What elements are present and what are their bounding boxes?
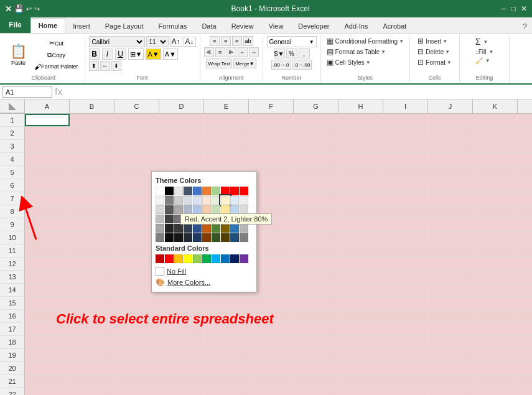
spreadsheet-cell[interactable] — [159, 349, 204, 361]
window-controls[interactable]: ─ □ ✕ — [501, 4, 527, 13]
spreadsheet-cell[interactable] — [249, 140, 294, 152]
theme-color-swatch[interactable] — [156, 187, 164, 195]
row-header-3[interactable]: 3 — [0, 140, 25, 152]
spreadsheet-cell[interactable] — [294, 166, 338, 179]
theme-color-swatch[interactable] — [230, 196, 239, 205]
spreadsheet-cell[interactable] — [249, 127, 294, 139]
col-header-H[interactable]: H — [338, 100, 383, 113]
format-button[interactable]: ⊡ Format ▼ — [416, 57, 454, 67]
spreadsheet-cell[interactable] — [249, 362, 294, 374]
tab-review[interactable]: Review — [224, 18, 261, 33]
spreadsheet-cell[interactable] — [383, 192, 428, 205]
border-button[interactable]: ⊞▼ — [128, 49, 144, 60]
spreadsheet-cell[interactable] — [114, 127, 159, 139]
standard-color-swatch[interactable] — [240, 254, 248, 263]
tab-view[interactable]: View — [261, 18, 291, 33]
align-left-indent-button[interactable]: ≡ — [210, 36, 220, 46]
more-colors-option[interactable]: 🎨 More Colors... — [156, 277, 253, 288]
spreadsheet-cell[interactable] — [25, 231, 70, 244]
fill-button[interactable]: ↓Fill ▼ — [474, 48, 496, 56]
increase-decimal-button[interactable]: .0→.00 — [292, 60, 312, 70]
spreadsheet-cell[interactable] — [294, 297, 338, 309]
theme-color-swatch[interactable] — [212, 215, 220, 223]
spreadsheet-cell[interactable] — [383, 362, 428, 374]
spreadsheet-cell[interactable] — [338, 271, 383, 283]
tab-page-layout[interactable]: Page Layout — [98, 18, 151, 33]
row-header-14[interactable]: 14 — [0, 284, 25, 296]
spreadsheet-cell[interactable] — [518, 284, 532, 296]
theme-color-swatch[interactable] — [165, 215, 174, 223]
spreadsheet-cell[interactable] — [159, 336, 204, 348]
spreadsheet-cell[interactable] — [428, 349, 473, 361]
theme-color-swatch[interactable] — [184, 233, 192, 242]
theme-color-swatch[interactable] — [193, 233, 202, 242]
spreadsheet-cell[interactable] — [473, 218, 518, 231]
spreadsheet-cell[interactable] — [70, 362, 114, 374]
spreadsheet-cell[interactable] — [383, 231, 428, 244]
theme-color-swatch[interactable] — [156, 215, 164, 223]
spreadsheet-cell[interactable] — [383, 244, 428, 257]
spreadsheet-cell[interactable] — [428, 388, 473, 395]
spreadsheet-cell[interactable] — [204, 349, 249, 361]
row-header-18[interactable]: 18 — [0, 336, 25, 348]
theme-color-swatch[interactable] — [156, 205, 164, 214]
spreadsheet-cell[interactable] — [338, 114, 383, 126]
theme-color-swatch[interactable] — [193, 215, 202, 223]
spreadsheet-cell[interactable] — [249, 310, 294, 322]
col-header-G[interactable]: G — [294, 100, 338, 113]
spreadsheet-cell[interactable] — [428, 179, 473, 192]
spreadsheet-cell[interactable] — [70, 244, 114, 257]
spreadsheet-cell[interactable] — [204, 114, 249, 126]
spreadsheet-cell[interactable] — [518, 258, 532, 270]
spreadsheet-cell[interactable] — [473, 258, 518, 270]
tab-developer[interactable]: Developer — [291, 18, 337, 33]
spreadsheet-cell[interactable] — [338, 297, 383, 309]
spreadsheet-cell[interactable] — [518, 231, 532, 244]
spreadsheet-cell[interactable] — [70, 205, 114, 218]
row-header-16[interactable]: 16 — [0, 310, 25, 322]
spreadsheet-cell[interactable] — [70, 336, 114, 348]
spreadsheet-cell[interactable] — [159, 140, 204, 152]
font-grow-button[interactable]: A↑ — [170, 37, 182, 47]
theme-color-swatch[interactable] — [174, 224, 183, 233]
spreadsheet-cell[interactable] — [114, 153, 159, 165]
spreadsheet-cell[interactable] — [70, 323, 114, 335]
theme-color-swatch[interactable] — [165, 233, 174, 242]
spreadsheet-cell[interactable] — [338, 218, 383, 231]
spreadsheet-cell[interactable] — [25, 166, 70, 179]
spreadsheet-cell[interactable] — [428, 375, 473, 388]
theme-color-swatch[interactable] — [221, 233, 230, 242]
spreadsheet-cell[interactable] — [25, 349, 70, 361]
spreadsheet-cell[interactable] — [338, 336, 383, 348]
col-header-A[interactable]: A — [25, 100, 70, 113]
theme-color-swatch[interactable] — [221, 187, 230, 195]
spreadsheet-cell[interactable] — [338, 192, 383, 205]
decrease-indent-button[interactable]: ← — [238, 47, 248, 57]
theme-color-swatch[interactable] — [212, 187, 220, 195]
row-header-7[interactable]: 7 — [0, 192, 25, 205]
row-header-22[interactable]: 22 — [0, 388, 25, 395]
row-header-6[interactable]: 6 — [0, 179, 25, 192]
spreadsheet-cell[interactable] — [25, 284, 70, 296]
theme-color-swatch[interactable] — [174, 196, 183, 205]
spreadsheet-cell[interactable] — [204, 362, 249, 374]
theme-color-swatch[interactable] — [221, 196, 230, 205]
help-button[interactable]: ? — [518, 20, 532, 33]
col-header-D[interactable]: D — [159, 100, 204, 113]
standard-color-swatch[interactable] — [174, 254, 183, 263]
spreadsheet-cell[interactable] — [518, 218, 532, 231]
theme-color-swatch[interactable] — [240, 205, 248, 214]
standard-color-swatch[interactable] — [221, 254, 230, 263]
spreadsheet-cell[interactable] — [70, 231, 114, 244]
spreadsheet-cell[interactable] — [25, 114, 70, 126]
spreadsheet-cell[interactable] — [204, 388, 249, 395]
theme-color-swatch[interactable] — [212, 224, 220, 233]
spreadsheet-cell[interactable] — [249, 388, 294, 395]
tab-file[interactable]: File — [0, 17, 30, 33]
theme-color-swatch[interactable] — [184, 187, 192, 195]
format-painter-button[interactable]: 🖌 Format Painter — [32, 62, 81, 72]
spreadsheet-cell[interactable] — [294, 310, 338, 322]
spreadsheet-cell[interactable] — [25, 362, 70, 374]
spreadsheet-cell[interactable] — [70, 310, 114, 322]
theme-color-swatch[interactable] — [165, 187, 174, 195]
